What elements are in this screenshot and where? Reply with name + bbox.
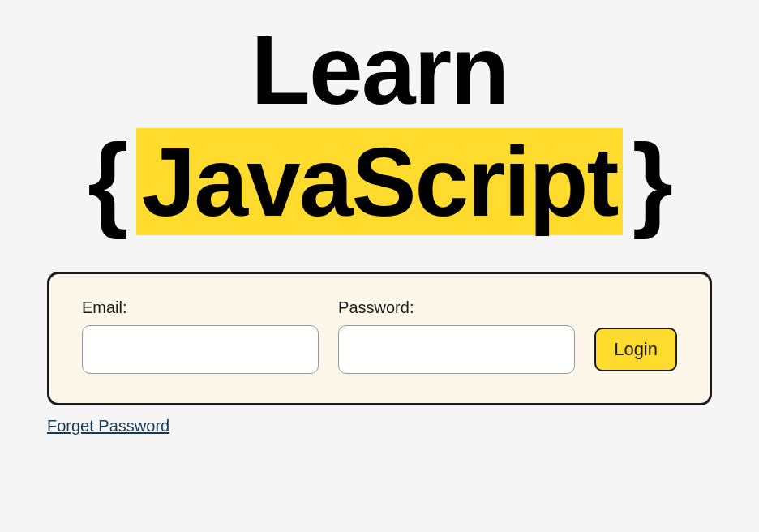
logo-highlight-text: JavaScript [136,128,622,235]
password-field-group: Password: [338,298,575,374]
brace-left-icon: { [88,123,127,239]
login-form: Email: Password: Login [47,272,712,405]
email-label: Email: [82,298,319,317]
forget-password-link[interactable]: Forget Password [47,417,169,435]
logo-line2: { JavaScript } [88,123,671,239]
forget-link-container: Forget Password [47,417,712,435]
logo-line1: Learn [88,16,671,123]
password-label: Password: [338,298,575,317]
login-button[interactable]: Login [594,328,677,371]
brace-right-icon: } [632,123,672,239]
email-input[interactable] [82,325,319,374]
password-input[interactable] [338,325,575,374]
logo: Learn { JavaScript } [88,16,671,239]
email-field-group: Email: [82,298,319,374]
